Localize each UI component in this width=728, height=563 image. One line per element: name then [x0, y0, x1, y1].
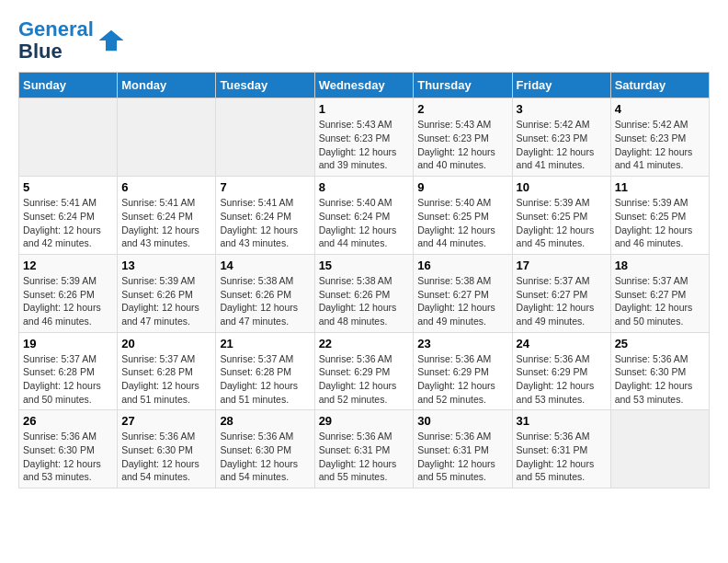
calendar-day: 16Sunrise: 5:38 AMSunset: 6:27 PMDayligh… — [414, 254, 512, 332]
header-row: SundayMondayTuesdayWednesdayThursdayFrid… — [19, 73, 710, 98]
calendar-week: 19Sunrise: 5:37 AMSunset: 6:28 PMDayligh… — [19, 332, 710, 410]
logo-text: GeneralBlue — [18, 18, 94, 63]
day-info: Sunrise: 5:38 AMSunset: 6:26 PMDaylight:… — [319, 274, 410, 328]
calendar-day: 3Sunrise: 5:42 AMSunset: 6:23 PMDaylight… — [512, 98, 610, 177]
day-number: 8 — [319, 180, 410, 194]
calendar-day: 25Sunrise: 5:36 AMSunset: 6:30 PMDayligh… — [610, 332, 709, 410]
day-number: 1 — [319, 102, 410, 116]
day-info: Sunrise: 5:43 AMSunset: 6:23 PMDaylight:… — [417, 118, 507, 172]
day-info: Sunrise: 5:36 AMSunset: 6:29 PMDaylight:… — [319, 352, 410, 407]
calendar-day: 28Sunrise: 5:36 AMSunset: 6:30 PMDayligh… — [216, 410, 314, 488]
day-info: Sunrise: 5:36 AMSunset: 6:29 PMDaylight:… — [417, 352, 507, 407]
calendar-day: 26Sunrise: 5:36 AMSunset: 6:30 PMDayligh… — [19, 410, 118, 488]
day-info: Sunrise: 5:37 AMSunset: 6:27 PMDaylight:… — [517, 274, 607, 328]
day-info: Sunrise: 5:36 AMSunset: 6:31 PMDaylight:… — [319, 430, 410, 484]
day-number: 18 — [615, 259, 705, 272]
calendar-day: 8Sunrise: 5:40 AMSunset: 6:24 PMDaylight… — [314, 177, 414, 255]
day-number: 16 — [417, 259, 507, 272]
day-number: 29 — [319, 414, 410, 428]
day-info: Sunrise: 5:43 AMSunset: 6:23 PMDaylight:… — [319, 118, 410, 172]
day-info: Sunrise: 5:40 AMSunset: 6:25 PMDaylight:… — [417, 196, 507, 250]
day-number: 21 — [220, 337, 310, 350]
page-header: GeneralBlue — [18, 18, 710, 63]
day-number: 27 — [121, 414, 211, 428]
calendar-day: 4Sunrise: 5:42 AMSunset: 6:23 PMDaylight… — [610, 98, 709, 177]
day-number: 13 — [121, 259, 211, 272]
day-info: Sunrise: 5:37 AMSunset: 6:28 PMDaylight:… — [23, 352, 113, 407]
calendar-week: 12Sunrise: 5:39 AMSunset: 6:26 PMDayligh… — [19, 254, 710, 332]
day-info: Sunrise: 5:41 AMSunset: 6:24 PMDaylight:… — [220, 196, 310, 250]
calendar-day: 1Sunrise: 5:43 AMSunset: 6:23 PMDaylight… — [314, 98, 414, 177]
calendar-week: 26Sunrise: 5:36 AMSunset: 6:30 PMDayligh… — [19, 410, 710, 488]
calendar-day: 22Sunrise: 5:36 AMSunset: 6:29 PMDayligh… — [314, 332, 414, 410]
calendar-day: 19Sunrise: 5:37 AMSunset: 6:28 PMDayligh… — [19, 332, 118, 410]
day-info: Sunrise: 5:37 AMSunset: 6:28 PMDaylight:… — [220, 352, 310, 407]
day-number: 9 — [417, 180, 507, 194]
day-info: Sunrise: 5:41 AMSunset: 6:24 PMDaylight:… — [121, 196, 211, 250]
day-info: Sunrise: 5:39 AMSunset: 6:25 PMDaylight:… — [517, 196, 607, 250]
calendar-day: 12Sunrise: 5:39 AMSunset: 6:26 PMDayligh… — [19, 254, 118, 332]
day-info: Sunrise: 5:37 AMSunset: 6:27 PMDaylight:… — [615, 274, 705, 328]
day-info: Sunrise: 5:42 AMSunset: 6:23 PMDaylight:… — [517, 118, 607, 172]
calendar-day: 10Sunrise: 5:39 AMSunset: 6:25 PMDayligh… — [512, 177, 610, 255]
day-info: Sunrise: 5:39 AMSunset: 6:26 PMDaylight:… — [23, 274, 113, 328]
calendar-day: 6Sunrise: 5:41 AMSunset: 6:24 PMDaylight… — [118, 177, 216, 255]
day-info: Sunrise: 5:39 AMSunset: 6:25 PMDaylight:… — [615, 196, 705, 250]
calendar-day: 5Sunrise: 5:41 AMSunset: 6:24 PMDaylight… — [19, 177, 118, 255]
day-number: 30 — [417, 414, 507, 428]
calendar-day: 15Sunrise: 5:38 AMSunset: 6:26 PMDayligh… — [314, 254, 414, 332]
day-number: 12 — [23, 259, 113, 272]
day-info: Sunrise: 5:38 AMSunset: 6:27 PMDaylight:… — [417, 274, 507, 328]
header-day: Monday — [118, 73, 216, 98]
header-day: Tuesday — [216, 73, 314, 98]
day-number: 20 — [121, 337, 211, 350]
calendar-day — [216, 98, 314, 177]
calendar-day: 24Sunrise: 5:36 AMSunset: 6:29 PMDayligh… — [512, 332, 610, 410]
calendar-day — [118, 98, 216, 177]
day-number: 19 — [23, 337, 113, 350]
calendar-day: 7Sunrise: 5:41 AMSunset: 6:24 PMDaylight… — [216, 177, 314, 255]
day-number: 5 — [23, 180, 113, 194]
day-number: 4 — [615, 102, 705, 116]
calendar-day: 23Sunrise: 5:36 AMSunset: 6:29 PMDayligh… — [414, 332, 512, 410]
calendar-day: 21Sunrise: 5:37 AMSunset: 6:28 PMDayligh… — [216, 332, 314, 410]
calendar-day: 9Sunrise: 5:40 AMSunset: 6:25 PMDaylight… — [414, 177, 512, 255]
calendar-week: 5Sunrise: 5:41 AMSunset: 6:24 PMDaylight… — [19, 177, 710, 255]
day-info: Sunrise: 5:36 AMSunset: 6:29 PMDaylight:… — [517, 352, 607, 407]
day-info: Sunrise: 5:36 AMSunset: 6:30 PMDaylight:… — [220, 430, 310, 484]
calendar-day: 20Sunrise: 5:37 AMSunset: 6:28 PMDayligh… — [118, 332, 216, 410]
day-info: Sunrise: 5:42 AMSunset: 6:23 PMDaylight:… — [615, 118, 705, 172]
day-number: 3 — [517, 102, 607, 116]
calendar-day — [610, 410, 709, 488]
logo: GeneralBlue — [18, 18, 125, 63]
day-info: Sunrise: 5:36 AMSunset: 6:31 PMDaylight:… — [517, 430, 607, 484]
day-number: 28 — [220, 414, 310, 428]
calendar-week: 1Sunrise: 5:43 AMSunset: 6:23 PMDaylight… — [19, 98, 710, 177]
logo-icon — [97, 27, 125, 54]
day-number: 25 — [615, 337, 705, 350]
calendar-day: 30Sunrise: 5:36 AMSunset: 6:31 PMDayligh… — [414, 410, 512, 488]
calendar-day: 27Sunrise: 5:36 AMSunset: 6:30 PMDayligh… — [118, 410, 216, 488]
calendar-day: 14Sunrise: 5:38 AMSunset: 6:26 PMDayligh… — [216, 254, 314, 332]
day-number: 15 — [319, 259, 410, 272]
header-day: Sunday — [19, 73, 118, 98]
day-info: Sunrise: 5:38 AMSunset: 6:26 PMDaylight:… — [220, 274, 310, 328]
day-number: 31 — [517, 414, 607, 428]
calendar-day: 29Sunrise: 5:36 AMSunset: 6:31 PMDayligh… — [314, 410, 414, 488]
calendar-day: 11Sunrise: 5:39 AMSunset: 6:25 PMDayligh… — [610, 177, 709, 255]
day-info: Sunrise: 5:40 AMSunset: 6:24 PMDaylight:… — [319, 196, 410, 250]
day-number: 24 — [517, 337, 607, 350]
day-number: 10 — [517, 180, 607, 194]
calendar-day: 18Sunrise: 5:37 AMSunset: 6:27 PMDayligh… — [610, 254, 709, 332]
calendar-day: 2Sunrise: 5:43 AMSunset: 6:23 PMDaylight… — [414, 98, 512, 177]
day-number: 2 — [417, 102, 507, 116]
header-day: Wednesday — [314, 73, 414, 98]
day-number: 17 — [517, 259, 607, 272]
calendar-day — [19, 98, 118, 177]
day-number: 7 — [220, 180, 310, 194]
calendar-table: SundayMondayTuesdayWednesdayThursdayFrid… — [18, 72, 710, 488]
svg-marker-0 — [98, 30, 123, 52]
calendar-day: 17Sunrise: 5:37 AMSunset: 6:27 PMDayligh… — [512, 254, 610, 332]
header-day: Saturday — [610, 73, 709, 98]
day-number: 6 — [121, 180, 211, 194]
